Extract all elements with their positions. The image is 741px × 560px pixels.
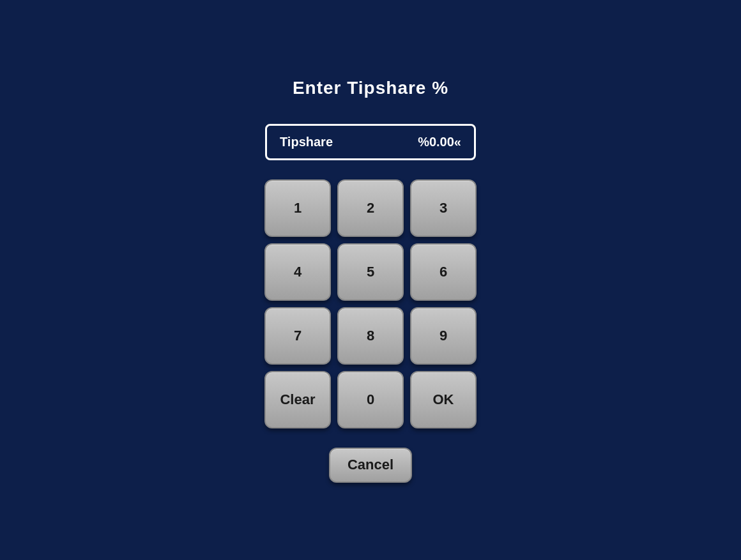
cancel-button[interactable]: Cancel [329, 448, 412, 483]
display-box: Tipshare %0.00« [265, 124, 476, 160]
display-label: Tipshare [280, 135, 333, 149]
display-value: %0.00« [418, 135, 461, 149]
page-title: Enter Tipshare % [293, 78, 448, 98]
key-5-button[interactable]: 5 [337, 243, 404, 301]
keypad: 123456789Clear0OK [264, 179, 477, 428]
key-6-button[interactable]: 6 [410, 243, 477, 301]
key-9-button[interactable]: 9 [410, 307, 477, 365]
key-2-button[interactable]: 2 [337, 179, 404, 237]
key-0-button[interactable]: 0 [337, 371, 404, 428]
key-8-button[interactable]: 8 [337, 307, 404, 365]
key-clear-button[interactable]: Clear [264, 371, 331, 428]
key-3-button[interactable]: 3 [410, 179, 477, 237]
key-ok-button[interactable]: OK [410, 371, 477, 428]
key-4-button[interactable]: 4 [264, 243, 331, 301]
key-1-button[interactable]: 1 [264, 179, 331, 237]
key-7-button[interactable]: 7 [264, 307, 331, 365]
